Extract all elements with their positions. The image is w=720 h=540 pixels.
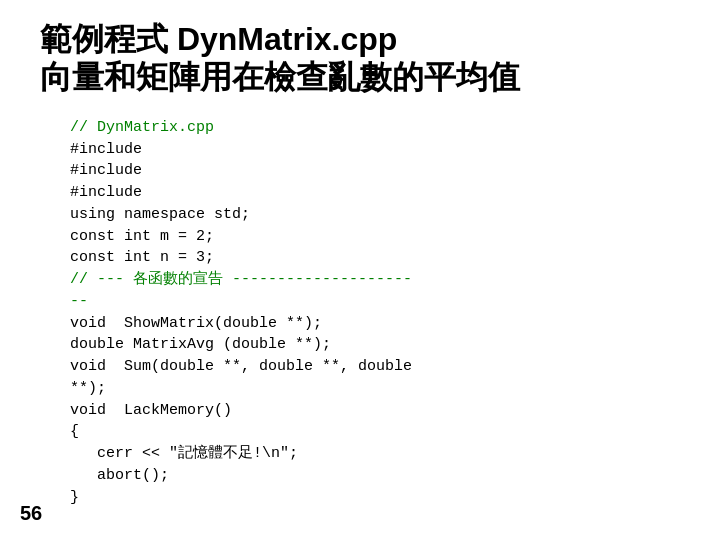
title-line2: 向量和矩陣用在檢查亂數的平均值 (40, 58, 680, 96)
code-block: // DynMatrix.cpp #include #include #incl… (70, 117, 720, 530)
title-section: 範例程式 DynMatrix.cpp 向量和矩陣用在檢查亂數的平均值 (0, 0, 720, 107)
page-container: 範例程式 DynMatrix.cpp 向量和矩陣用在檢查亂數的平均值 56 //… (0, 0, 720, 540)
line-number-column: 56 (20, 117, 70, 530)
content-section: 56 // DynMatrix.cpp #include #include #i… (0, 107, 720, 540)
title-line1: 範例程式 DynMatrix.cpp (40, 20, 680, 58)
line-number: 56 (20, 502, 60, 525)
